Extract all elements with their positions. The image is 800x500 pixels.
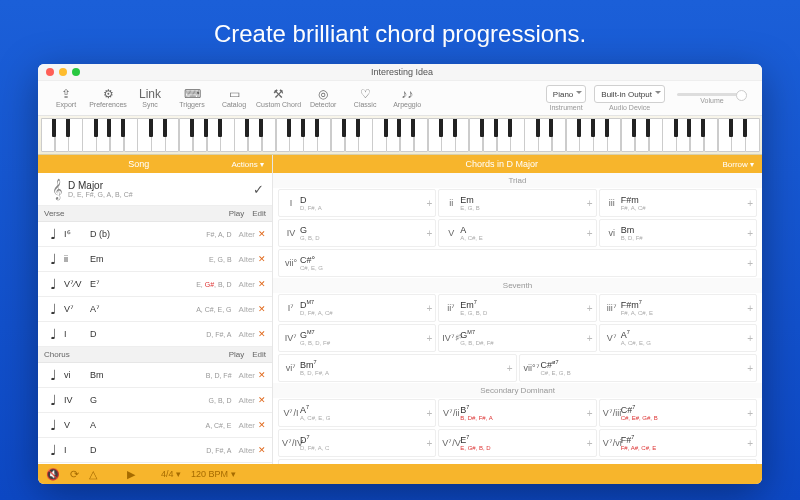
piano-key[interactable] [151, 118, 165, 152]
chord-cell[interactable]: vii°⁷C#ø7C#, E, G, B+ [519, 354, 758, 382]
piano-key[interactable] [635, 118, 649, 152]
piano-key[interactable] [579, 118, 593, 152]
piano-key[interactable] [234, 118, 248, 152]
piano-key[interactable] [179, 118, 193, 152]
piano-key[interactable] [441, 118, 455, 152]
add-chord-button[interactable]: + [426, 228, 432, 239]
metronome-button[interactable]: △ [89, 468, 97, 481]
piano-key[interactable] [400, 118, 414, 152]
piano-key[interactable] [704, 118, 718, 152]
preferences-button[interactable]: ⚙Preferences [88, 83, 128, 113]
piano-key[interactable] [41, 118, 55, 152]
add-chord-button[interactable]: + [426, 198, 432, 209]
alter-button[interactable]: Alter [239, 230, 255, 239]
piano-key[interactable] [317, 118, 331, 152]
section-play[interactable]: Play [229, 209, 245, 218]
piano-key[interactable] [165, 118, 179, 152]
add-chord-button[interactable]: + [747, 303, 753, 314]
piano-key[interactable] [124, 118, 138, 152]
delete-button[interactable]: ✕ [258, 254, 266, 264]
catalog-button[interactable]: ▭Catalog [214, 83, 254, 113]
piano-key[interactable] [96, 118, 110, 152]
chord-cell[interactable]: VAA, C#, E+ [438, 219, 596, 247]
piano-key[interactable] [358, 118, 372, 152]
chord-cell[interactable]: V⁷/viF#7F#, A#, C#, E+ [599, 429, 757, 457]
section-edit[interactable]: Edit [252, 350, 266, 359]
chord-cell[interactable]: V⁷/IVD7D, F#, A, C+ [278, 429, 436, 457]
piano-key[interactable] [276, 118, 290, 152]
piano-key[interactable] [220, 118, 234, 152]
alter-button[interactable]: Alter [239, 280, 255, 289]
piano-key[interactable] [248, 118, 262, 152]
song-chord-row[interactable]: ♩VAA, C#, EAlter✕ [38, 413, 272, 438]
add-chord-button[interactable]: + [426, 438, 432, 449]
chord-cell[interactable]: V⁷/iiiC#7C#, E#, G#, B+ [599, 399, 757, 427]
piano-key[interactable] [718, 118, 732, 152]
add-chord-button[interactable]: + [587, 438, 593, 449]
piano-key[interactable] [82, 118, 96, 152]
delete-button[interactable]: ✕ [258, 370, 266, 380]
song-chord-row[interactable]: ♩IDD, F#, AAlter✕ [38, 322, 272, 347]
actions-menu[interactable]: Actions ▾ [232, 160, 264, 169]
song-chord-row[interactable]: ♩IDD, F#, AAlter✕ [38, 438, 272, 463]
add-chord-button[interactable]: + [747, 258, 753, 269]
piano-keyboard[interactable] [38, 116, 762, 155]
song-chord-row[interactable]: ♩iiEmE, G, BAlter✕ [38, 247, 272, 272]
arpeggio-button[interactable]: ♪♪Arpeggio [387, 83, 427, 113]
chord-cell[interactable]: iiEmE, G, B+ [438, 189, 596, 217]
detector-button[interactable]: ◎Detector [303, 83, 343, 113]
sync-button[interactable]: LinkSync [130, 83, 170, 113]
piano-key[interactable] [207, 118, 221, 152]
chord-cell[interactable]: V⁷/IA7A, C#, E, G+ [278, 399, 436, 427]
piano-key[interactable] [469, 118, 483, 152]
add-chord-button[interactable]: + [747, 438, 753, 449]
piano-key[interactable] [303, 118, 317, 152]
custom-chord-button[interactable]: ⚒Custom Chord [256, 83, 301, 113]
delete-button[interactable]: ✕ [258, 279, 266, 289]
minimize-button[interactable] [59, 68, 67, 76]
piano-key[interactable] [497, 118, 511, 152]
piano-key[interactable] [566, 118, 580, 152]
piano-key[interactable] [193, 118, 207, 152]
song-chord-row[interactable]: ♩viBmB, D, F#Alter✕ [38, 363, 272, 388]
tempo-select[interactable]: 120 BPM ▾ [191, 469, 236, 479]
chord-cell[interactable]: IV⁷GM7G, B, D, F#+ [278, 324, 436, 352]
chord-cell[interactable]: V⁷A7A, C#, E, G+ [599, 324, 757, 352]
zoom-button[interactable] [72, 68, 80, 76]
chord-cell[interactable]: IV⁷♯⁵GM7G, B, D#, F#+ [438, 324, 596, 352]
piano-key[interactable] [331, 118, 345, 152]
add-chord-button[interactable]: + [747, 363, 753, 374]
chord-cell[interactable]: iiiF#mF#, A, C#+ [599, 189, 757, 217]
alter-button[interactable]: Alter [239, 371, 255, 380]
loop-button[interactable]: ⟳ [70, 468, 79, 481]
add-chord-button[interactable]: + [587, 333, 593, 344]
volume-slider[interactable] [677, 93, 747, 96]
add-chord-button[interactable]: + [587, 198, 593, 209]
classic-button[interactable]: ♡Classic [345, 83, 385, 113]
piano-key[interactable] [552, 118, 566, 152]
song-chord-row[interactable]: ♩IVGG, B, DAlter✕ [38, 388, 272, 413]
add-chord-button[interactable]: + [426, 303, 432, 314]
audio-device-select[interactable]: Built-in Output [594, 85, 665, 103]
piano-key[interactable] [455, 118, 469, 152]
alter-button[interactable]: Alter [239, 446, 255, 455]
piano-key[interactable] [414, 118, 428, 152]
piano-key[interactable] [662, 118, 676, 152]
song-chord-row[interactable]: ♩V⁷⁄VE⁷E, G#, B, DAlter✕ [38, 272, 272, 297]
add-chord-button[interactable]: + [747, 198, 753, 209]
add-chord-button[interactable]: + [747, 228, 753, 239]
alter-button[interactable]: Alter [239, 421, 255, 430]
piano-key[interactable] [483, 118, 497, 152]
chord-cell[interactable]: IDD, F#, A+ [278, 189, 436, 217]
mute-button[interactable]: 🔇 [46, 468, 60, 481]
piano-key[interactable] [55, 118, 69, 152]
piano-key[interactable] [137, 118, 151, 152]
delete-button[interactable]: ✕ [258, 445, 266, 455]
alter-button[interactable]: Alter [239, 330, 255, 339]
piano-key[interactable] [289, 118, 303, 152]
piano-key[interactable] [428, 118, 442, 152]
piano-key[interactable] [649, 118, 663, 152]
piano-key[interactable] [607, 118, 621, 152]
piano-key[interactable] [386, 118, 400, 152]
chord-cell[interactable]: I⁷DM7D, F#, A, C#+ [278, 294, 436, 322]
